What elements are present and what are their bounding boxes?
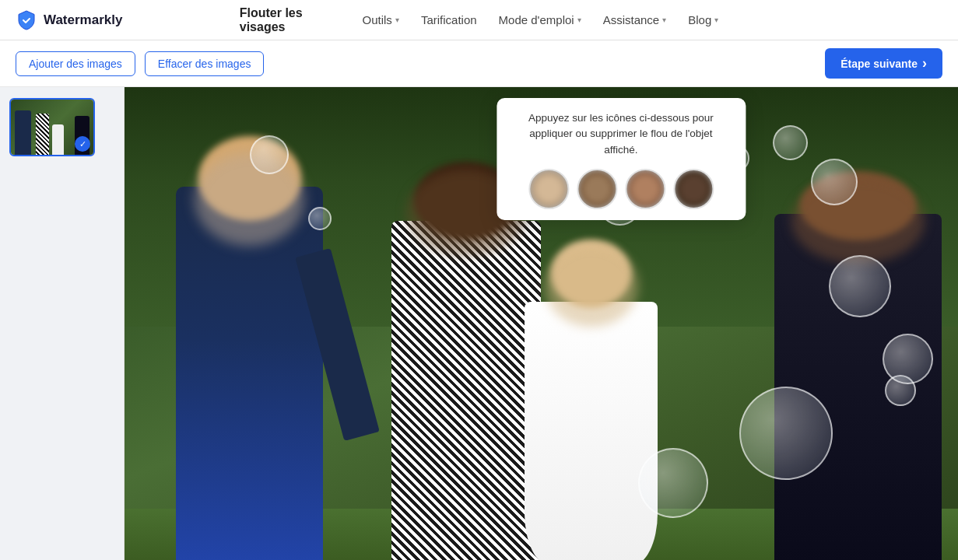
face-blur-2 <box>578 170 616 208</box>
logo-icon <box>16 9 37 31</box>
page-title: Flouter les visages <box>240 6 341 34</box>
bubble-11 <box>883 334 933 384</box>
child-figure-3 <box>525 255 658 560</box>
nav-link-tarification[interactable]: Tarification <box>421 13 477 26</box>
bubble-3 <box>829 255 891 317</box>
nav-link-blog[interactable]: Blog ▾ <box>688 13 718 26</box>
arrow-right-icon: › <box>922 55 927 72</box>
face-avatar-3[interactable] <box>625 169 665 209</box>
bubble-8 <box>638 448 708 518</box>
face-blur-3 <box>626 170 664 208</box>
face-selection-tooltip: Appuyez sur les icônes ci-dessous pour a… <box>497 98 746 220</box>
nav-link-assistance[interactable]: Assistance ▾ <box>603 13 667 26</box>
add-images-button[interactable]: Ajouter des images <box>16 51 135 76</box>
nav-link-outils[interactable]: Outils ▾ <box>363 13 399 26</box>
face-blur-1 <box>530 170 567 208</box>
face-avatar-4[interactable] <box>673 169 714 209</box>
navbar: Watermarkly Flouter les visages Outils ▾… <box>0 0 958 40</box>
tooltip-message: Appuyez sur les icônes ci-dessous pour a… <box>512 110 730 158</box>
logo-area[interactable]: Watermarkly <box>16 9 122 31</box>
nav-center: Flouter les visages Outils ▾ Tarificatio… <box>240 6 719 34</box>
next-step-button[interactable]: Étape suivante › <box>825 48 942 79</box>
bubble-7 <box>308 207 332 230</box>
chevron-down-icon: ▾ <box>662 16 666 24</box>
thumbnail-item[interactable]: ✓ <box>9 98 95 156</box>
bubble-12 <box>250 135 289 174</box>
toolbar: Ajouter des images Effacer des images Ét… <box>0 40 958 87</box>
chevron-down-icon: ▾ <box>714 16 718 24</box>
chevron-down-icon: ▾ <box>577 16 581 24</box>
sidebar: ✓ <box>0 87 125 560</box>
logo-text: Watermarkly <box>44 12 122 28</box>
main-area: ✓ <box>0 87 958 560</box>
thumbnail-check-icon: ✓ <box>75 136 90 152</box>
child-figure-2 <box>391 173 542 560</box>
canvas-area: Appuyez sur les icônes ci-dessous pour a… <box>125 87 958 560</box>
bubble-5 <box>739 387 833 480</box>
face-avatar-2[interactable] <box>577 169 617 209</box>
nav-link-mode-emploi[interactable]: Mode d'emploi ▾ <box>499 13 581 26</box>
child-figure-1 <box>158 145 342 560</box>
face-blur-4 <box>675 170 712 208</box>
photo-scene: Appuyez sur les icônes ci-dessous pour a… <box>125 87 958 560</box>
clear-images-button[interactable]: Effacer des images <box>145 51 265 76</box>
face-avatar-1[interactable] <box>528 169 569 209</box>
photo-background: Appuyez sur les icônes ci-dessous pour a… <box>125 87 958 560</box>
chevron-down-icon: ▾ <box>395 16 399 24</box>
face-icons-row <box>512 169 730 209</box>
